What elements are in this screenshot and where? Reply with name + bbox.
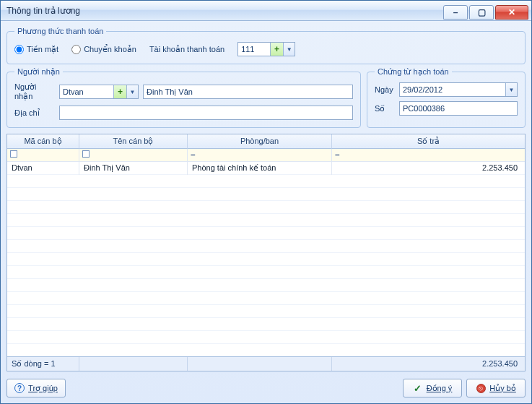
recipient-code-input[interactable] (60, 85, 113, 98)
plus-icon: + (118, 87, 123, 97)
cash-radio-input[interactable] (14, 45, 24, 54)
cell-dept[interactable]: Phòng tài chính kế toán (188, 162, 332, 175)
voucher-date-field[interactable]: ▼ (399, 82, 518, 97)
client-area: Phương thức thanh toán Tiền mặt Chuyển k… (1, 21, 531, 403)
transfer-radio[interactable]: Chuyển khoản (71, 45, 136, 54)
table-row[interactable]: Dtvan Đinh Thị Vân Phòng tài chính kế to… (7, 162, 525, 175)
help-button-label: Trợ giúp (28, 384, 58, 393)
ok-button-label: Đồng ý (427, 384, 453, 393)
cancel-button-label: Hủy bỏ (489, 384, 516, 393)
cancel-button[interactable]: ⦸ Hủy bỏ (466, 379, 526, 397)
cash-radio-label: Tiền mặt (27, 45, 58, 54)
voucher-legend: Chứng từ hạch toán (375, 67, 452, 77)
recipient-group: Người nhận Người nhận + ▼ Địa chỉ (6, 67, 361, 128)
recipient-legend: Người nhận (14, 67, 63, 77)
maximize-icon: ▢ (478, 8, 486, 17)
col-header-dept[interactable]: Phòng/ban (188, 134, 332, 149)
transfer-radio-label: Chuyển khoản (84, 45, 136, 54)
col-header-code[interactable]: Mã cán bộ (7, 134, 79, 149)
footer-rowcount: Số dòng = 1 (7, 357, 79, 371)
voucher-date-dropdown-button[interactable]: ▼ (505, 83, 517, 96)
data-grid[interactable]: Mã cán bộ Tên cán bộ Phòng/ban Số trả = … (6, 134, 526, 371)
cell-code[interactable]: Dtvan (7, 162, 79, 175)
address-label: Địa chỉ (14, 108, 55, 118)
col-header-name[interactable]: Tên cán bộ (79, 134, 188, 149)
check-icon: ✓ (413, 383, 423, 393)
payment-account-input[interactable] (238, 43, 270, 56)
cash-radio[interactable]: Tiền mặt (14, 45, 58, 54)
minimize-icon: – (453, 8, 458, 17)
voucher-date-input[interactable] (400, 83, 505, 96)
voucher-date-label: Ngày (375, 85, 395, 94)
col-header-amount[interactable]: Số trả (332, 134, 525, 149)
plus-icon: + (274, 44, 279, 54)
cell-amount[interactable]: 2.253.450 (332, 162, 525, 175)
cell-name[interactable]: Đinh Thị Vân (79, 162, 188, 175)
equals-icon[interactable]: = (335, 150, 340, 160)
payment-account-combo[interactable]: + ▼ (237, 42, 295, 56)
payment-account-add-button[interactable]: + (270, 43, 283, 56)
chevron-down-icon: ▼ (509, 87, 515, 93)
payment-method-group: Phương thức thanh toán Tiền mặt Chuyển k… (6, 27, 526, 64)
footer-total: 2.253.450 (332, 357, 525, 371)
close-button[interactable]: ✕ (495, 5, 528, 20)
titlebar: Thông tin trả lương – ▢ ✕ (1, 1, 531, 21)
recipient-add-button[interactable]: + (113, 85, 126, 98)
voucher-number-label: Số (375, 104, 395, 113)
cancel-icon: ⦸ (476, 383, 486, 393)
payment-account-label: Tài khoản thanh toán (149, 45, 224, 54)
filter-icon[interactable] (82, 150, 90, 158)
chevron-down-icon: ▼ (130, 89, 136, 95)
minimize-button[interactable]: – (443, 5, 468, 20)
window-controls: – ▢ ✕ (443, 2, 531, 20)
ok-button[interactable]: ✓ Đồng ý (403, 379, 462, 397)
window-title: Thông tin trả lương (6, 6, 80, 16)
recipient-name-input[interactable] (143, 85, 353, 99)
grid-footer: Số dòng = 1 2.253.450 (7, 356, 525, 371)
payment-method-legend: Phương thức thanh toán (14, 27, 106, 36)
equals-icon[interactable]: = (191, 150, 196, 160)
help-icon: ? (14, 383, 25, 393)
grid-header: Mã cán bộ Tên cán bộ Phòng/ban Số trả (7, 134, 525, 149)
maximize-button[interactable]: ▢ (469, 5, 494, 20)
bottom-bar: ? Trợ giúp ✓ Đồng ý ⦸ Hủy bỏ (6, 379, 526, 397)
voucher-number-input[interactable] (399, 101, 518, 116)
grid-filter-row[interactable]: = = (7, 149, 525, 162)
help-button[interactable]: ? Trợ giúp (6, 379, 66, 397)
grid-body[interactable]: Dtvan Đinh Thị Vân Phòng tài chính kế to… (7, 162, 525, 356)
address-input[interactable] (59, 106, 353, 120)
voucher-group: Chứng từ hạch toán Ngày ▼ Số (367, 67, 526, 128)
chevron-down-icon: ▼ (287, 46, 292, 53)
filter-icon[interactable] (10, 150, 17, 158)
window: Thông tin trả lương – ▢ ✕ Phương thức th… (0, 0, 532, 404)
close-icon: ✕ (508, 8, 515, 17)
payment-account-dropdown-button[interactable]: ▼ (283, 43, 295, 56)
recipient-dropdown-button[interactable]: ▼ (126, 85, 138, 98)
recipient-name-label: Người nhận (14, 82, 55, 101)
transfer-radio-input[interactable] (71, 45, 81, 54)
recipient-code-combo[interactable]: + ▼ (59, 85, 139, 99)
